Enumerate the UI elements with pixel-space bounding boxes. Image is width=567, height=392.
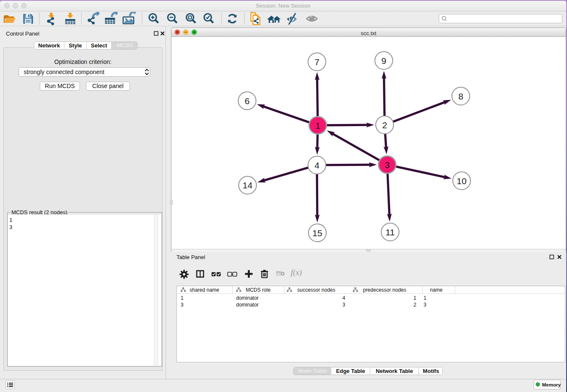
- svg-text:1: 1: [315, 121, 320, 130]
- svg-text:7: 7: [314, 57, 319, 67]
- svg-text:10: 10: [457, 176, 466, 186]
- svg-text:3: 3: [385, 160, 390, 170]
- svg-text:4: 4: [314, 160, 319, 170]
- svg-text:6: 6: [245, 96, 250, 106]
- svg-text:15: 15: [312, 228, 322, 238]
- svg-text:11: 11: [385, 227, 395, 237]
- svg-text:14: 14: [242, 180, 253, 190]
- svg-text:2: 2: [382, 120, 387, 130]
- svg-text:8: 8: [458, 91, 463, 101]
- svg-text:9: 9: [381, 56, 386, 66]
